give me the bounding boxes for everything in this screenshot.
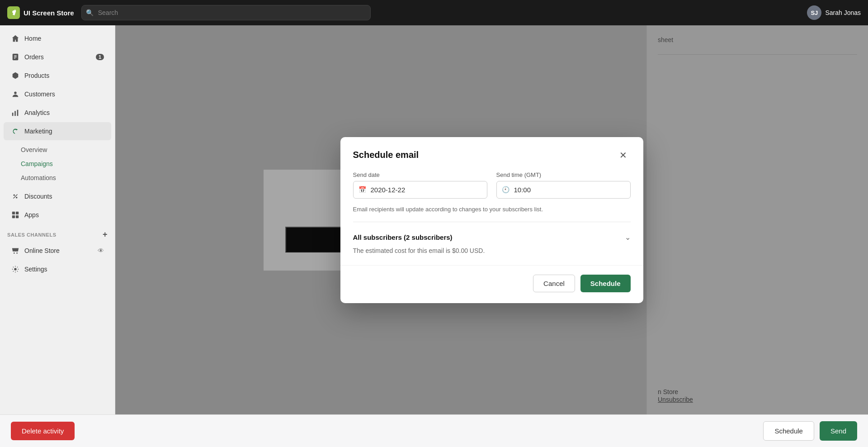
sidebar-item-overview[interactable]: Overview — [21, 143, 111, 157]
apps-label: Apps — [24, 211, 104, 219]
settings-section: Settings — [0, 260, 115, 278]
send-date-group: Send date 📅 — [353, 171, 487, 199]
store-logo: UI Screen Store — [7, 6, 74, 19]
home-icon — [11, 34, 20, 43]
sidebar-item-marketing[interactable]: Marketing — [4, 122, 111, 140]
sidebar-item-apps[interactable]: Apps — [4, 206, 111, 224]
modal-header: Schedule email ✕ — [340, 137, 643, 171]
user-name: Sarah Jonas — [825, 9, 861, 16]
svg-point-8 — [14, 195, 15, 196]
online-store-label: Online Store — [24, 247, 60, 254]
svg-point-16 — [16, 252, 18, 254]
modal-close-button[interactable]: ✕ — [616, 148, 631, 162]
marketing-subnav: Overview Campaigns Automations — [0, 141, 115, 187]
content-area: It's actually just A test Shop now sheet… — [115, 25, 868, 414]
settings-label: Settings — [24, 266, 47, 273]
products-label: Products — [24, 72, 104, 79]
subscribers-row: All subscribers (2 subscribers) ⌄ — [353, 231, 631, 243]
sidebar-item-products[interactable]: Products — [4, 67, 111, 85]
analytics-icon — [11, 108, 20, 117]
marketing-label: Marketing — [24, 128, 104, 135]
schedule-button[interactable]: Schedule — [763, 421, 814, 441]
send-date-input[interactable] — [353, 181, 487, 199]
svg-rect-12 — [16, 212, 19, 214]
sales-channels-label: SALES CHANNELS — [7, 232, 57, 238]
svg-rect-5 — [12, 113, 14, 116]
send-date-label: Send date — [353, 171, 487, 178]
analytics-label: Analytics — [24, 109, 104, 116]
products-icon — [11, 71, 20, 80]
svg-point-17 — [14, 268, 16, 270]
sidebar-item-online-store[interactable]: Online Store 👁 — [4, 242, 111, 260]
send-button[interactable]: Send — [820, 421, 857, 441]
eye-icon: 👁 — [98, 247, 104, 254]
send-time-group: Send time (GMT) 🕙 — [496, 171, 631, 199]
orders-badge: 1 — [96, 54, 104, 60]
calendar-icon: 📅 — [359, 186, 366, 193]
svg-rect-11 — [12, 212, 15, 214]
subscribers-chevron-icon[interactable]: ⌄ — [625, 233, 631, 242]
schedule-email-modal: Schedule email ✕ Send date 📅 — [340, 137, 643, 303]
sidebar-item-analytics[interactable]: Analytics — [4, 104, 111, 122]
cost-text: The estimated cost for this email is $0.… — [353, 247, 631, 254]
sidebar-item-discounts[interactable]: Discounts — [4, 187, 111, 205]
form-row-datetime: Send date 📅 Send time (GMT) 🕙 — [353, 171, 631, 199]
modal-overlay: Schedule email ✕ Send date 📅 — [115, 25, 868, 414]
sidebar: Home Orders 1 Products — [0, 25, 115, 414]
sidebar-item-automations[interactable]: Automations — [21, 171, 111, 185]
svg-rect-14 — [16, 215, 19, 218]
send-time-label: Send time (GMT) — [496, 171, 631, 178]
modal-cancel-button[interactable]: Cancel — [533, 275, 575, 292]
marketing-icon — [11, 127, 20, 136]
search-bar: 🔍 — [81, 5, 371, 20]
avatar: SJ — [807, 5, 821, 20]
modal-helper-text: Email recipients will update according t… — [353, 206, 631, 213]
modal-title: Schedule email — [353, 150, 419, 160]
orders-label: Orders — [24, 53, 91, 61]
sales-channels-header: SALES CHANNELS + — [0, 224, 115, 241]
bottom-bar: Delete activity Schedule Send — [0, 414, 868, 447]
sidebar-item-orders[interactable]: Orders 1 — [4, 48, 111, 66]
topbar: UI Screen Store 🔍 SJ Sarah Jonas — [0, 0, 868, 25]
discounts-label: Discounts — [24, 193, 104, 200]
sidebar-item-campaigns[interactable]: Campaigns — [21, 157, 111, 171]
modal-body: Send date 📅 Send time (GMT) 🕙 — [340, 171, 643, 265]
orders-icon — [11, 52, 20, 62]
svg-rect-6 — [14, 111, 16, 116]
discounts-icon — [11, 192, 20, 201]
customers-icon — [11, 90, 20, 99]
add-channel-button[interactable]: + — [103, 230, 108, 239]
search-input[interactable] — [81, 5, 371, 20]
clock-icon: 🕙 — [502, 186, 509, 193]
sidebar-item-settings[interactable]: Settings — [4, 260, 111, 278]
shopify-logo-icon — [7, 6, 20, 19]
svg-point-15 — [14, 252, 15, 254]
svg-point-9 — [16, 197, 18, 199]
send-date-input-wrap: 📅 — [353, 181, 487, 199]
delete-activity-button[interactable]: Delete activity — [11, 422, 75, 440]
online-store-icon — [11, 246, 20, 255]
customers-label: Customers — [24, 90, 104, 98]
settings-icon — [11, 265, 20, 274]
bottom-right-buttons: Schedule Send — [763, 421, 857, 441]
search-icon: 🔍 — [86, 9, 94, 16]
sidebar-item-customers[interactable]: Customers — [4, 85, 111, 103]
subscribers-label: All subscribers (2 subscribers) — [353, 233, 453, 241]
sidebar-item-home[interactable]: Home — [4, 29, 111, 48]
send-time-input[interactable] — [496, 181, 631, 199]
svg-rect-7 — [17, 110, 19, 116]
home-label: Home — [24, 35, 104, 42]
svg-rect-13 — [12, 215, 15, 218]
store-name: UI Screen Store — [24, 9, 74, 17]
apps-icon — [11, 210, 20, 219]
user-menu[interactable]: SJ Sarah Jonas — [807, 5, 861, 20]
send-time-input-wrap: 🕙 — [496, 181, 631, 199]
svg-point-4 — [14, 92, 16, 94]
modal-schedule-button[interactable]: Schedule — [580, 275, 631, 292]
modal-footer: Cancel Schedule — [340, 265, 643, 303]
